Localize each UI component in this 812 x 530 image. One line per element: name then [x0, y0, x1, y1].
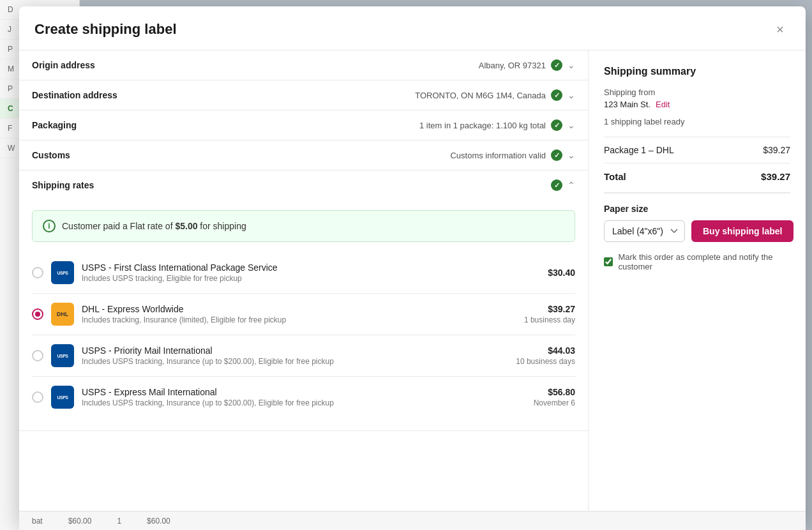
dhl-logo: DHL: [51, 303, 74, 326]
shipping-rates-header[interactable]: Shipping rates ⌃: [19, 170, 588, 200]
origin-address-section: Origin address Albany, OR 97321 ⌄: [19, 50, 588, 80]
destination-address-section: Destination address TORONTO, ON M6G 1M4,…: [19, 80, 588, 110]
thick-divider: [604, 192, 790, 193]
customs-chevron-icon: ⌄: [568, 150, 575, 160]
summary-ready: 1 shipping label ready: [604, 117, 790, 126]
destination-address-label: Destination address: [32, 90, 117, 100]
radio-1[interactable]: [32, 267, 43, 278]
buy-shipping-label-button[interactable]: Buy shipping label: [691, 220, 793, 242]
customs-section: Customs Customs information valid ⌄: [19, 140, 588, 170]
rate-option-4[interactable]: USPS USPS - Express Mail International I…: [32, 377, 575, 418]
origin-address-label: Origin address: [32, 60, 95, 70]
rate-amount-2: $39.27: [524, 304, 575, 314]
modal-body: Origin address Albany, OR 97321 ⌄ Destin…: [19, 50, 806, 524]
edit-address-link[interactable]: Edit: [656, 100, 670, 109]
rate-time-2: 1 business day: [524, 315, 575, 324]
rate-option-3[interactable]: USPS USPS - Priority Mail International …: [32, 335, 575, 377]
customs-label: Customs: [32, 150, 70, 160]
origin-address-right: Albany, OR 97321 ⌄: [479, 59, 575, 71]
checkbox-row: Mark this order as complete and notify t…: [604, 252, 790, 271]
bottom-col2: $60.00: [68, 517, 92, 526]
paper-size-row: Label (4"x6") Letter (8.5"x11") Buy ship…: [604, 220, 790, 242]
destination-chevron-icon: ⌄: [568, 90, 575, 100]
radio-2[interactable]: [32, 308, 43, 320]
shipping-rates-label: Shipping rates: [32, 180, 94, 190]
flat-rate-text: Customer paid a Flat rate of $5.00 for s…: [62, 221, 246, 231]
flat-rate-banner: i Customer paid a Flat rate of $5.00 for…: [32, 210, 575, 242]
flat-rate-prefix: Customer paid a Flat rate of: [62, 221, 175, 231]
packaging-header[interactable]: Packaging 1 item in 1 package: 1.100 kg …: [19, 110, 588, 140]
rate-option-2[interactable]: DHL DHL - Express Worldwide Includes tra…: [32, 294, 575, 335]
modal-title: Create shipping label: [34, 21, 177, 38]
rate-price-2: $39.27 1 business day: [524, 304, 575, 324]
rate-time-3: 10 business days: [516, 357, 575, 366]
radio-3[interactable]: [32, 350, 43, 361]
usps-logo-3: USPS: [51, 344, 74, 367]
usps-logo-4: USPS: [51, 386, 74, 409]
destination-address-value: TORONTO, ON M6G 1M4, Canada: [415, 91, 546, 100]
summary-address-text: 123 Main St.: [604, 100, 650, 109]
packaging-section: Packaging 1 item in 1 package: 1.100 kg …: [19, 110, 588, 140]
mark-complete-checkbox[interactable]: [604, 257, 613, 267]
summary-from-label: Shipping from: [604, 87, 790, 97]
rate-name-4: USPS - Express Mail International: [82, 387, 526, 397]
bottom-col1: bat: [32, 517, 43, 526]
bottom-bar: bat $60.00 1 $60.00: [19, 511, 806, 530]
origin-address-header[interactable]: Origin address Albany, OR 97321 ⌄: [19, 50, 588, 80]
summary-total-price: $39.27: [761, 171, 790, 182]
radio-4[interactable]: [32, 391, 43, 403]
shipping-rates-section: Shipping rates ⌃ i Customer paid a Flat …: [19, 170, 588, 431]
close-button[interactable]: ×: [770, 19, 790, 40]
customs-check-icon: [551, 149, 562, 161]
rate-info-3: USPS - Priority Mail International Inclu…: [82, 345, 508, 366]
summary-divider-2: [604, 163, 790, 163]
right-panel: Shipping summary Shipping from 123 Main …: [589, 50, 806, 524]
rate-amount-1: $30.40: [548, 268, 575, 278]
rate-price-4: $56.80 November 6: [534, 387, 575, 407]
left-panel: Origin address Albany, OR 97321 ⌄ Destin…: [19, 50, 589, 524]
summary-divider-1: [604, 137, 790, 137]
origin-chevron-icon: ⌄: [568, 60, 575, 70]
rate-desc-1: Includes USPS tracking, Eligible for fre…: [82, 274, 540, 283]
packaging-right: 1 item in 1 package: 1.100 kg total ⌄: [419, 119, 575, 131]
modal-header: Create shipping label ×: [19, 6, 806, 50]
packaging-value: 1 item in 1 package: 1.100 kg total: [419, 121, 546, 130]
summary-address: 123 Main St. Edit: [604, 100, 790, 109]
rate-option-1[interactable]: USPS USPS - First Class International Pa…: [32, 252, 575, 294]
customs-header[interactable]: Customs Customs information valid ⌄: [19, 140, 588, 170]
paper-size-select[interactable]: Label (4"x6") Letter (8.5"x11"): [604, 220, 685, 242]
summary-package-price: $39.27: [763, 145, 790, 155]
summary-package-label: Package 1 – DHL: [604, 145, 674, 155]
destination-address-right: TORONTO, ON M6G 1M4, Canada ⌄: [415, 89, 575, 101]
rate-info-2: DHL - Express Worldwide Includes trackin…: [82, 304, 516, 324]
packaging-check-icon: [551, 119, 562, 131]
rate-time-4: November 6: [534, 398, 575, 407]
bottom-col3: 1: [117, 517, 121, 526]
mark-complete-label: Mark this order as complete and notify t…: [618, 252, 790, 271]
rate-info-4: USPS - Express Mail International Includ…: [82, 387, 526, 407]
rate-name-1: USPS - First Class International Package…: [82, 262, 540, 273]
shipping-rates-check-icon: [551, 179, 562, 191]
shipping-rates-right: ⌃: [551, 179, 575, 191]
shipping-rates-chevron-icon: ⌃: [568, 180, 575, 190]
bottom-col4: $60.00: [147, 517, 170, 526]
rate-desc-2: Includes tracking, Insurance (limited), …: [82, 315, 516, 324]
rate-name-2: DHL - Express Worldwide: [82, 304, 516, 314]
summary-title: Shipping summary: [604, 66, 790, 77]
paper-size-label: Paper size: [604, 204, 790, 214]
rate-name-3: USPS - Priority Mail International: [82, 345, 508, 356]
summary-package-row: Package 1 – DHL $39.27: [604, 145, 790, 155]
create-shipping-label-modal: Create shipping label × Origin address A…: [19, 6, 806, 524]
rate-price-1: $30.40: [548, 268, 575, 278]
info-icon: i: [43, 220, 56, 232]
destination-address-header[interactable]: Destination address TORONTO, ON M6G 1M4,…: [19, 80, 588, 110]
rate-info-1: USPS - First Class International Package…: [82, 262, 540, 283]
packaging-label: Packaging: [32, 120, 77, 130]
summary-total-label: Total: [604, 171, 626, 182]
customs-right: Customs information valid ⌄: [450, 149, 575, 161]
origin-check-icon: [551, 59, 562, 71]
rate-desc-4: Includes USPS tracking, Insurance (up to…: [82, 398, 526, 407]
rate-amount-3: $44.03: [516, 345, 575, 356]
rate-amount-4: $56.80: [534, 387, 575, 397]
rate-desc-3: Includes USPS tracking, Insurance (up to…: [82, 357, 508, 366]
